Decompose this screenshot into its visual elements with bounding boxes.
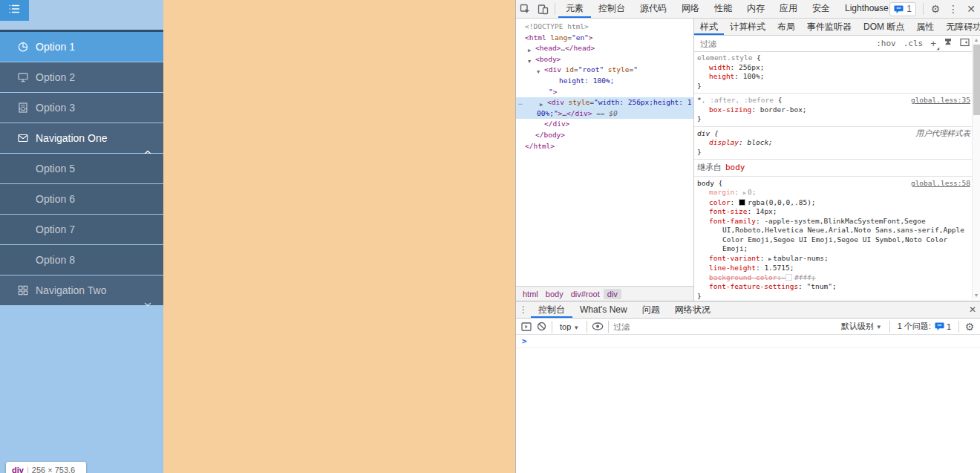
- styles-scrollbar[interactable]: ▲ ▼: [972, 36, 980, 299]
- devtools-tab-1[interactable]: 控制台: [591, 0, 633, 18]
- computed-panel-toggle-icon[interactable]: [960, 38, 970, 49]
- sidebar-item-label: Option 6: [36, 193, 75, 205]
- dom-tree-line[interactable]: </html>: [516, 141, 693, 152]
- styles-tab-4[interactable]: DOM 断点: [858, 19, 910, 35]
- devtools-tab-4[interactable]: 性能: [707, 0, 739, 18]
- devtools-top-bar: 元素控制台源代码网络性能内存应用安全Lighthouse » 1 ⚙ ⋮ ✕: [516, 0, 980, 19]
- sidebar-item-navigation-one[interactable]: Navigation One: [0, 123, 163, 153]
- styles-tab-6[interactable]: 无障碍功能: [940, 19, 980, 35]
- rule-close-brace: }: [697, 82, 970, 91]
- css-declaration[interactable]: background-color: #fff;: [697, 273, 970, 283]
- breadcrumb-body[interactable]: body: [542, 289, 567, 299]
- dom-tree-line[interactable]: </div>: [516, 119, 693, 130]
- styles-filter-input[interactable]: [699, 39, 872, 49]
- devtools-tab-0[interactable]: 元素: [558, 0, 591, 18]
- console-prompt-row[interactable]: >: [516, 335, 980, 348]
- console-filter-input[interactable]: [612, 322, 837, 332]
- toggle-pseudo-state-button[interactable]: :hov: [876, 39, 896, 48]
- drawer-tab-1[interactable]: What's New: [572, 302, 635, 318]
- sidebar-item-option-8[interactable]: Option 8: [0, 245, 163, 275]
- js-context-selector[interactable]: top▼: [560, 322, 579, 331]
- styles-tab-2[interactable]: 布局: [771, 19, 801, 35]
- console-issues-counter[interactable]: 1 个问题: 1: [898, 321, 951, 332]
- dom-tree-line[interactable]: 00%;">…</div> == $0: [516, 108, 693, 120]
- dom-tree-line[interactable]: <!DOCTYPE html>: [516, 22, 693, 33]
- stylesheet-link[interactable]: global.less:58: [911, 179, 970, 189]
- settings-gear-icon[interactable]: ⚙: [927, 0, 944, 18]
- dom-tree-line[interactable]: …▶<div style="width: 256px;height: 1: [516, 97, 693, 108]
- inspect-element-icon[interactable]: [516, 0, 534, 18]
- devtools-tab-5[interactable]: 内存: [739, 0, 772, 18]
- styles-tab-0[interactable]: 样式: [694, 19, 724, 35]
- css-declaration[interactable]: height: 100%;: [697, 72, 970, 82]
- css-declaration[interactable]: font-family: -apple-system,BlinkMacSyste…: [697, 217, 970, 254]
- sidebar-item-option-5[interactable]: Option 5: [0, 154, 163, 183]
- dom-tree-line[interactable]: </body>: [516, 130, 693, 141]
- drawer-close-icon[interactable]: ✕: [965, 303, 980, 316]
- drawer-tab-3[interactable]: 网络状况: [667, 302, 718, 318]
- expand-shorthand-arrow[interactable]: ▶: [743, 190, 746, 196]
- breadcrumb-div[interactable]: div: [604, 289, 621, 299]
- scroll-down-arrow[interactable]: ▼: [973, 293, 980, 298]
- clear-console-icon[interactable]: [534, 320, 549, 333]
- colon: :: [798, 282, 806, 290]
- css-declaration[interactable]: width: 256px;: [697, 63, 970, 73]
- console-sidebar-icon[interactable]: [519, 320, 534, 333]
- devtools-close-icon[interactable]: ✕: [962, 0, 980, 18]
- devtools-tab-2[interactable]: 源代码: [633, 0, 674, 18]
- devtools-tab-6[interactable]: 应用: [772, 0, 805, 18]
- stylesheet-link[interactable]: 用户代理样式表: [916, 129, 971, 139]
- styles-filter-row: :hov .cls +◢: [694, 36, 980, 52]
- expand-shorthand-arrow[interactable]: ▶: [768, 256, 771, 262]
- devtools-tab-3[interactable]: 网络: [674, 0, 707, 18]
- scrollbar-thumb[interactable]: [973, 45, 980, 115]
- dom-tree-line[interactable]: <html lang="en">: [516, 33, 693, 44]
- styles-tab-5[interactable]: 属性: [910, 19, 940, 35]
- sidebar-item-option-1[interactable]: Option 1: [0, 32, 163, 62]
- css-declaration[interactable]: font-feature-settings: "tnum";: [697, 282, 970, 292]
- drawer-menu-dots-icon[interactable]: ⋮: [516, 303, 531, 316]
- styles-brush-icon[interactable]: [944, 38, 953, 49]
- color-swatch[interactable]: [739, 199, 745, 206]
- device-toolbar-icon[interactable]: [534, 0, 552, 18]
- menu-collapse-trigger[interactable]: [0, 0, 29, 21]
- styles-tab-3[interactable]: 事件监听器: [801, 19, 858, 35]
- console-settings-gear-icon[interactable]: ⚙: [962, 320, 977, 333]
- css-declaration[interactable]: margin: ▶0;: [697, 188, 970, 198]
- dom-tree-line[interactable]: ">: [516, 87, 693, 98]
- line-options-dots[interactable]: …: [518, 97, 523, 108]
- log-level-selector[interactable]: 默认级别▼: [841, 321, 882, 332]
- rule-selector[interactable]: element.style {: [697, 53, 970, 63]
- new-style-rule-button[interactable]: +◢: [930, 38, 936, 49]
- inherited-node-link[interactable]: body: [725, 163, 745, 172]
- styles-tab-1[interactable]: 计算样式: [724, 19, 771, 35]
- dom-tree-line[interactable]: ▼<body>: [516, 54, 693, 65]
- devtools-menu-dots-icon[interactable]: ⋮: [944, 0, 962, 18]
- devtools-tab-7[interactable]: 安全: [805, 0, 837, 18]
- breadcrumb-div-root[interactable]: div#root: [567, 289, 604, 299]
- sidebar-item-navigation-two[interactable]: Navigation Two: [0, 275, 163, 305]
- live-expression-eye-icon[interactable]: [590, 320, 605, 333]
- drawer-tab-2[interactable]: 问题: [635, 302, 667, 318]
- dom-tree-line[interactable]: height: 100%;: [516, 76, 693, 87]
- sidebar-item-option-7[interactable]: Option 7: [0, 215, 163, 244]
- css-declaration[interactable]: color: rgba(0,0,0,.85);: [697, 198, 970, 208]
- toggle-class-button[interactable]: .cls: [904, 39, 924, 48]
- css-declaration[interactable]: font-size: 14px;: [697, 207, 970, 217]
- devtools-tab-8[interactable]: Lighthouse: [837, 0, 896, 18]
- color-swatch[interactable]: [785, 274, 792, 281]
- css-declaration[interactable]: box-sizing: border-box;: [697, 105, 970, 115]
- stylesheet-link[interactable]: global.less:35: [911, 96, 970, 105]
- dom-tree-line[interactable]: ▶<head>…</head>: [516, 43, 693, 54]
- breadcrumb-html[interactable]: html: [519, 289, 542, 299]
- css-declaration[interactable]: display: block;: [697, 138, 970, 148]
- scroll-up-arrow[interactable]: ▲: [973, 37, 980, 42]
- dom-tree-line[interactable]: ▼<div id="root" style=": [516, 65, 693, 76]
- toolbar-divider: [552, 321, 552, 333]
- css-declaration[interactable]: line-height: 1.5715;: [697, 264, 970, 273]
- sidebar-item-option-6[interactable]: Option 6: [0, 184, 163, 214]
- drawer-tab-0[interactable]: 控制台: [531, 302, 572, 318]
- css-declaration[interactable]: font-variant: ▶tabular-nums;: [697, 254, 970, 264]
- sidebar-item-option-3[interactable]: Option 3: [0, 93, 163, 123]
- sidebar-item-option-2[interactable]: Option 2: [0, 62, 163, 92]
